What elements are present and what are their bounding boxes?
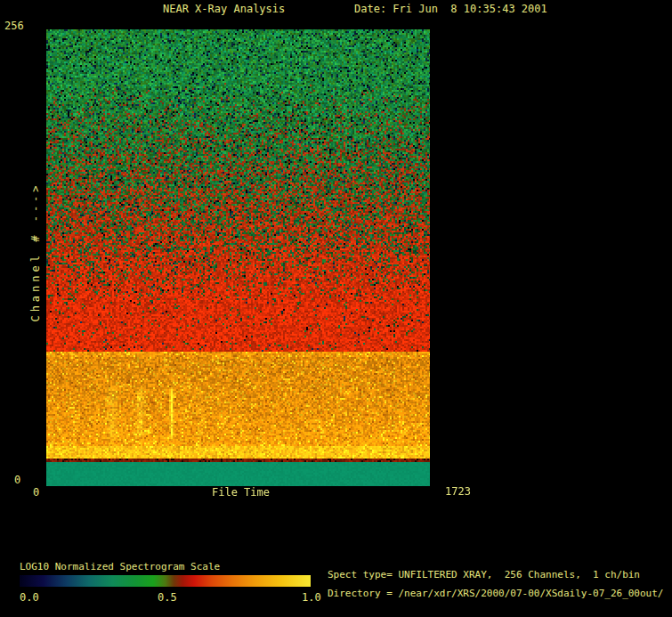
date-label: Date: Fri Jun 8 10:35:43 2001 [354,4,547,15]
x-axis-tick-max: 1723 [445,486,471,498]
colorbar-gradient [20,575,311,587]
spectrogram-image [46,29,430,486]
directory-info: Directory = /near/xdr/XRS/2000/07-00/XSd… [328,588,664,599]
x-axis-label: File Time [212,487,270,499]
y-axis-tick-min: 0 [14,475,20,486]
colorbar-title: LOG10 Normalized Spectrogram Scale [20,561,220,572]
colorbar-tick-max: 1.0 [302,592,321,604]
app-window: NEAR X-Ray Analysis Date: Fri Jun 8 10:3… [0,0,672,617]
page-title: NEAR X-Ray Analysis [163,4,285,15]
y-axis-tick-max: 256 [4,20,24,32]
spect-type-info: Spect type= UNFILTERED XRAY, 256 Channel… [328,569,640,580]
colorbar-tick-mid: 0.5 [158,592,177,604]
x-axis-tick-min: 0 [33,487,39,499]
colorbar-tick-min: 0.0 [20,592,39,604]
y-axis-label: Channel # ---> [30,182,42,321]
